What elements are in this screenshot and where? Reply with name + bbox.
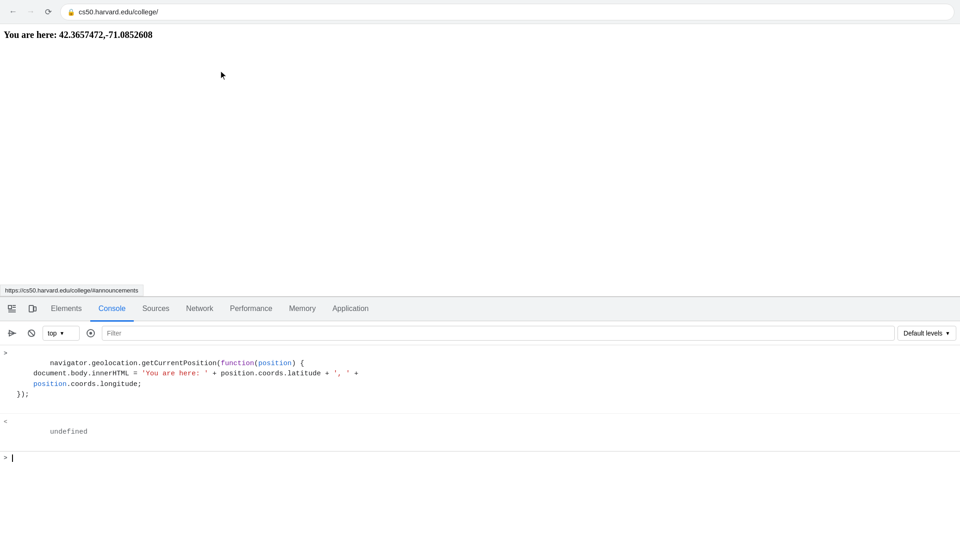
forward-button[interactable]: →: [23, 5, 38, 19]
console-cursor: [12, 454, 13, 462]
status-bar: https://cs50.harvard.edu/college/#announ…: [0, 285, 143, 296]
execute-script-button[interactable]: [4, 325, 20, 342]
console-input-line[interactable]: >: [0, 451, 960, 465]
address-bar[interactable]: 🔒 cs50.harvard.edu/college/: [60, 4, 954, 20]
reload-button[interactable]: ⟳: [41, 5, 56, 19]
console-output: > navigator.geolocation.getCurrentPositi…: [0, 345, 960, 560]
svg-line-10: [29, 330, 34, 336]
nav-buttons: ← → ⟳: [6, 5, 56, 19]
page-content: You are here: 42.3657472,-71.0852608 htt…: [0, 24, 960, 296]
console-prompt-arrow: >: [4, 454, 7, 461]
inspect-element-button[interactable]: [2, 299, 22, 319]
clear-console-button[interactable]: [23, 325, 40, 342]
svg-point-12: [89, 332, 92, 335]
address-text: cs50.harvard.edu/college/: [79, 8, 948, 16]
tab-sources[interactable]: Sources: [134, 298, 178, 322]
devtools-panel: Elements Console Sources Network Perform…: [0, 296, 960, 560]
console-entry-undefined: < undefined: [0, 414, 960, 451]
console-entry-code: > navigator.geolocation.getCurrentPositi…: [0, 345, 960, 414]
lock-icon: 🔒: [67, 8, 75, 16]
console-toolbar: top ▼ Default levels ▼: [0, 321, 960, 345]
svg-rect-5: [29, 305, 33, 312]
tab-memory[interactable]: Memory: [281, 298, 324, 322]
browser-chrome: ← → ⟳ 🔒 cs50.harvard.edu/college/: [0, 0, 960, 24]
console-result-arrow: <: [4, 417, 12, 427]
devtools-tabs-bar: Elements Console Sources Network Perform…: [0, 297, 960, 321]
tab-application[interactable]: Application: [324, 298, 377, 322]
console-filter-input[interactable]: [102, 326, 895, 341]
console-entry-arrow: >: [4, 348, 12, 358]
levels-dropdown[interactable]: Default levels ▼: [898, 326, 956, 341]
back-button[interactable]: ←: [6, 5, 20, 19]
svg-rect-6: [34, 307, 36, 311]
tab-console[interactable]: Console: [90, 298, 134, 322]
status-link: https://cs50.harvard.edu/college/#announ…: [5, 287, 138, 294]
console-code-block: navigator.geolocation.getCurrentPosition…: [17, 348, 956, 411]
page-body-text: You are here: 42.3657472,-71.0852608: [0, 24, 960, 46]
tab-performance[interactable]: Performance: [222, 298, 281, 322]
levels-dropdown-arrow-icon: ▼: [945, 330, 950, 336]
mouse-cursor: [220, 70, 229, 83]
context-dropdown[interactable]: top ▼: [43, 326, 80, 341]
console-undefined-value: undefined: [17, 417, 956, 448]
tab-network[interactable]: Network: [178, 298, 222, 322]
dropdown-arrow-icon: ▼: [59, 330, 64, 336]
device-toolbar-button[interactable]: [22, 299, 43, 319]
svg-rect-0: [8, 305, 12, 309]
tab-elements[interactable]: Elements: [43, 298, 90, 322]
live-expression-button[interactable]: [82, 325, 99, 342]
